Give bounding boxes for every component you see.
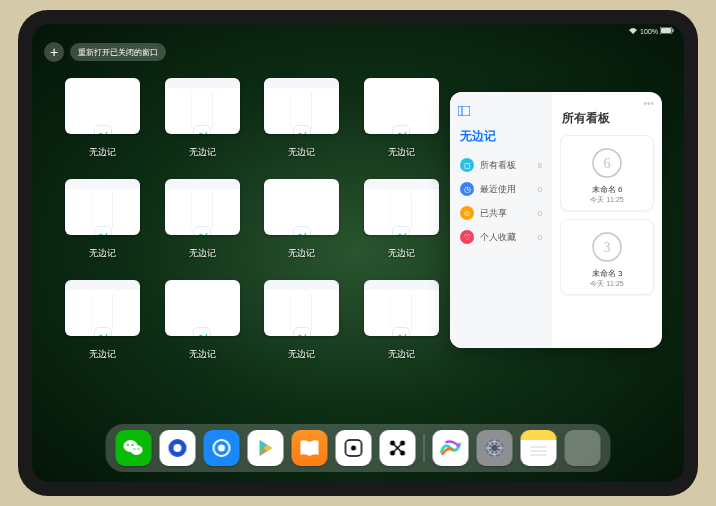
more-icon[interactable]: ••• (643, 98, 654, 109)
svg-point-11 (127, 444, 129, 446)
window-card[interactable]: 无边记 (361, 280, 443, 361)
category-count: 0 (538, 233, 542, 242)
play-store-icon[interactable] (248, 430, 284, 466)
dock-separator (424, 434, 425, 462)
freeform-app-icon (392, 226, 410, 235)
category-label: 所有看板 (480, 159, 516, 172)
svg-rect-1 (661, 28, 671, 33)
window-card[interactable]: 无边记 (162, 280, 244, 361)
freeform-app-icon (94, 327, 112, 336)
window-thumbnail (364, 280, 439, 336)
svg-rect-2 (673, 29, 674, 32)
svg-text:3: 3 (604, 240, 611, 255)
sidebar-right: ••• 所有看板 6未命名 6今天 11:253未命名 3今天 11:25 (552, 92, 662, 348)
freeform-app-icon (392, 125, 410, 134)
window-thumbnail (364, 179, 439, 235)
window-label: 无边记 (189, 348, 216, 361)
sidebar-category[interactable]: ♡个人收藏0 (458, 225, 544, 249)
window-card[interactable]: 无边记 (62, 280, 144, 361)
svg-point-25 (351, 446, 356, 451)
window-card[interactable]: 无边记 (261, 280, 343, 361)
screen: 100% + 重新打开已关闭的窗口 无边记无边记无边记无边记无边记无边记无边记无… (32, 24, 684, 482)
freeform-app-icon (94, 226, 112, 235)
graph-icon[interactable] (380, 430, 416, 466)
window-thumbnail (264, 179, 339, 235)
books-icon[interactable] (292, 430, 328, 466)
svg-point-14 (138, 448, 140, 450)
settings-icon[interactable] (477, 430, 513, 466)
window-label: 无边记 (288, 247, 315, 260)
reopen-closed-window-button[interactable]: 重新打开已关闭的窗口 (70, 43, 166, 61)
window-thumbnail (165, 280, 240, 336)
category-icon: ◷ (460, 182, 474, 196)
app-group-icon[interactable] (565, 430, 601, 466)
new-window-button[interactable]: + (44, 42, 64, 62)
freeform-app-icon (193, 327, 211, 336)
tablet-frame: 100% + 重新打开已关闭的窗口 无边记无边记无边记无边记无边记无边记无边记无… (18, 10, 698, 496)
board-card[interactable]: 6未命名 6今天 11:25 (560, 135, 654, 211)
window-card[interactable]: 无边记 (261, 78, 343, 159)
category-label: 个人收藏 (480, 231, 516, 244)
window-label: 无边记 (189, 146, 216, 159)
window-card[interactable]: 无边记 (261, 179, 343, 260)
board-sketch: 6 (586, 142, 628, 184)
window-card[interactable]: 无边记 (361, 179, 443, 260)
window-label: 无边记 (189, 247, 216, 260)
category-label: 已共享 (480, 207, 507, 220)
dock (106, 424, 611, 472)
window-thumbnail (65, 78, 140, 134)
window-card[interactable]: 无边记 (162, 179, 244, 260)
window-label: 无边记 (288, 348, 315, 361)
qq-browser-icon[interactable] (204, 430, 240, 466)
board-time: 今天 11:25 (590, 195, 623, 205)
notes-icon[interactable] (521, 430, 557, 466)
sidebar-category[interactable]: ◻所有看板8 (458, 153, 544, 177)
freeform-sidebar-window[interactable]: 无边记 ◻所有看板8◷最近使用0☺已共享0♡个人收藏0 ••• 所有看板 6未命… (450, 92, 662, 348)
window-thumbnail (65, 179, 140, 235)
window-label: 无边记 (388, 348, 415, 361)
window-grid: 无边记无边记无边记无边记无边记无边记无边记无边记无边记无边记无边记无边记 (62, 78, 442, 361)
category-icon: ☺ (460, 206, 474, 220)
window-label: 无边记 (388, 146, 415, 159)
window-label: 无边记 (89, 146, 116, 159)
window-card[interactable]: 无边记 (361, 78, 443, 159)
svg-point-19 (218, 445, 225, 452)
window-thumbnail (264, 78, 339, 134)
category-icon: ♡ (460, 230, 474, 244)
game-icon[interactable] (336, 430, 372, 466)
window-label: 无边记 (89, 348, 116, 361)
window-thumbnail (165, 78, 240, 134)
window-label: 无边记 (89, 247, 116, 260)
sidebar-category[interactable]: ☺已共享0 (458, 201, 544, 225)
window-thumbnail (165, 179, 240, 235)
battery-percent: 100% (640, 28, 658, 35)
window-thumbnail (264, 280, 339, 336)
category-icon: ◻ (460, 158, 474, 172)
browser-icon[interactable] (160, 430, 196, 466)
sidebar-category[interactable]: ◷最近使用0 (458, 177, 544, 201)
window-card[interactable]: 无边记 (62, 179, 144, 260)
board-card[interactable]: 3未命名 3今天 11:25 (560, 219, 654, 295)
status-bar: 100% (32, 24, 684, 38)
wechat-icon[interactable] (116, 430, 152, 466)
freeform-app-icon (392, 327, 410, 336)
svg-rect-3 (458, 106, 470, 116)
sidebar-left: 无边记 ◻所有看板8◷最近使用0☺已共享0♡个人收藏0 (450, 92, 552, 348)
wifi-icon (628, 27, 638, 36)
freeform-app-icon (193, 125, 211, 134)
boards-title: 所有看板 (562, 110, 654, 127)
category-count: 0 (538, 209, 542, 218)
sidebar-toggle-icon[interactable] (458, 106, 470, 118)
freeform-app-icon (94, 125, 112, 134)
window-card[interactable]: 无边记 (162, 78, 244, 159)
freeform-app-icon (293, 327, 311, 336)
window-thumbnail (65, 280, 140, 336)
board-name: 未命名 3 (590, 268, 623, 279)
board-name: 未命名 6 (590, 184, 623, 195)
svg-point-12 (132, 444, 134, 446)
category-count: 8 (538, 161, 542, 170)
freeform-icon[interactable] (433, 430, 469, 466)
window-card[interactable]: 无边记 (62, 78, 144, 159)
board-time: 今天 11:25 (590, 279, 623, 289)
battery-icon (660, 27, 674, 35)
